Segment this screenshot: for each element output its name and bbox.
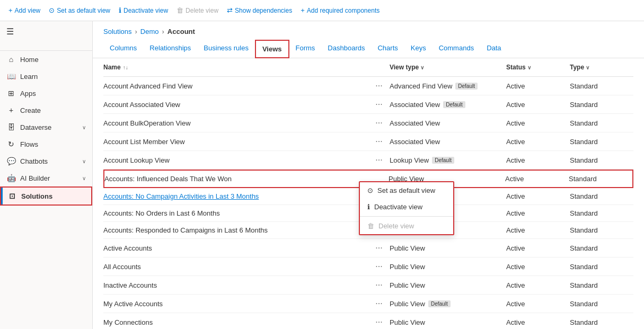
table-row[interactable]: My Active Accounts ··· Public View Defau…: [103, 295, 633, 313]
row-name-text: My Connections: [103, 318, 153, 326]
row-name-cell: All Accounts: [103, 263, 368, 271]
sidebar-item-chatbots[interactable]: 💬 Chatbots ∨: [0, 153, 92, 170]
table-row[interactable]: Account List Member View ··· Associated …: [103, 132, 633, 151]
row-more-icon[interactable]: ···: [368, 155, 390, 165]
row-name-cell: Accounts: Influenced Deals That We Won: [104, 175, 367, 183]
deactivate-cm-icon: ℹ: [367, 203, 370, 211]
row-more-icon[interactable]: ···: [368, 280, 390, 290]
row-more-icon[interactable]: ···: [368, 137, 390, 146]
breadcrumb-link-demo[interactable]: Demo: [140, 28, 159, 35]
tab-relationships[interactable]: Relationships: [143, 40, 197, 58]
row-more-icon[interactable]: ···: [368, 299, 390, 308]
tab-charts[interactable]: Charts: [371, 40, 404, 58]
row-viewtype-text: Advanced Find View: [390, 82, 452, 90]
row-more-icon[interactable]: ···: [368, 118, 390, 128]
row-viewtype-text: Public View: [390, 300, 425, 308]
sort-asc-icon: ↑↓: [123, 65, 128, 70]
sidebar-item-flows[interactable]: ↻ Flows: [0, 136, 92, 153]
tab-business-rules[interactable]: Business rules: [197, 40, 255, 58]
sidebar-item-home[interactable]: ⌂ Home: [0, 51, 92, 68]
toolbar-set-default[interactable]: ⊙Set as default view: [49, 6, 110, 14]
toolbar-add-view[interactable]: +Add view: [8, 6, 40, 14]
set-default-icon: ⊙: [49, 6, 55, 14]
col-status[interactable]: Status ∨: [506, 64, 570, 71]
ai-builder-chevron: ∨: [82, 175, 86, 181]
table-body: Account Advanced Find View ··· Advanced …: [103, 77, 633, 329]
row-name-cell: Account Lookup View: [103, 156, 368, 164]
viewtype-badge: Default: [455, 83, 478, 90]
tab-dashboards[interactable]: Dashboards: [321, 40, 371, 58]
table-row[interactable]: My Connections ··· Public View Active St…: [103, 313, 633, 329]
row-name-link[interactable]: Accounts: No Campaign Activities in Last…: [103, 192, 259, 200]
sidebar-item-apps[interactable]: ⊞ Apps: [0, 85, 92, 102]
row-type-cell: Standard: [570, 244, 633, 252]
row-type-cell: Standard: [570, 226, 633, 234]
solutions-label: Solutions: [21, 192, 85, 200]
sidebar-item-learn[interactable]: 📖 Learn: [0, 68, 92, 85]
viewtype-badge: Default: [432, 157, 454, 164]
table-row[interactable]: All Accounts ··· Public View Active Stan…: [103, 257, 633, 276]
table-row[interactable]: Accounts: Influenced Deals That We Won P…: [103, 170, 633, 188]
tab-data[interactable]: Data: [480, 40, 507, 58]
add-view-icon: +: [8, 6, 13, 14]
row-status-cell: Active: [506, 192, 570, 200]
row-more-icon[interactable]: ···: [368, 317, 390, 327]
learn-icon: 📖: [6, 72, 16, 81]
sidebar-item-solutions[interactable]: ⊡ Solutions: [0, 186, 92, 206]
row-type-cell: Standard: [570, 300, 633, 308]
row-more-icon[interactable]: ···: [368, 100, 390, 109]
row-more-icon[interactable]: ···: [368, 243, 390, 253]
row-viewtype-cell: Associated View Default: [390, 101, 506, 109]
row-more-icon[interactable]: ···: [368, 81, 390, 91]
col-name[interactable]: Name ↑↓: [103, 64, 368, 71]
table-row[interactable]: Account Lookup View ··· Lookup View Defa…: [103, 151, 633, 170]
breadcrumb-current: Account: [167, 28, 195, 35]
table-row[interactable]: Account BulkOperation View ··· Associate…: [103, 114, 633, 132]
home-icon: ⌂: [6, 55, 16, 64]
col-type[interactable]: Type ∨: [570, 64, 633, 71]
viewtype-sort-icon: ∨: [420, 65, 424, 70]
table-row[interactable]: Account Advanced Find View ··· Advanced …: [103, 77, 633, 95]
row-status-cell: Active: [506, 156, 570, 164]
sidebar: ☰ ⌂ Home 📖 Learn ⊞ Apps + Create 🗄 Datav…: [0, 21, 93, 329]
sidebar-item-create[interactable]: + Create: [0, 102, 92, 119]
deactivate-cm-label: Deactivate view: [374, 203, 422, 211]
tab-keys[interactable]: Keys: [404, 40, 433, 58]
row-viewtype-text: Public View: [390, 281, 425, 289]
row-viewtype-cell: Public View: [390, 263, 506, 271]
tabs-bar: ColumnsRelationshipsBusiness rulesViewsF…: [93, 40, 644, 58]
sidebar-item-dataverse[interactable]: 🗄 Dataverse ∨: [0, 119, 92, 136]
table-row[interactable]: Active Accounts ··· Public View Active S…: [103, 239, 633, 257]
toolbar-show-deps[interactable]: ⇄Show dependencies: [227, 6, 292, 14]
row-name-text: Accounts: Responded to Campaigns in Last…: [103, 226, 268, 234]
row-type-cell: Standard: [570, 263, 633, 271]
viewtype-badge: Default: [428, 300, 451, 307]
table-row[interactable]: Account Associated View ··· Associated V…: [103, 95, 633, 114]
flows-label: Flows: [20, 140, 86, 148]
status-sort-icon: ∨: [527, 65, 531, 70]
home-label: Home: [20, 56, 86, 64]
context-menu: ⊙Set as default viewℹDeactivate view🗑Del…: [359, 181, 454, 235]
col-viewtype[interactable]: View type ∨: [390, 64, 506, 71]
tab-forms[interactable]: Forms: [289, 40, 322, 58]
toolbar-deactivate[interactable]: ℹDeactivate view: [119, 6, 168, 14]
row-viewtype-cell: Public View: [390, 244, 506, 252]
breadcrumb-link-solutions[interactable]: Solutions: [103, 28, 131, 35]
row-viewtype-cell: Associated View: [390, 119, 506, 127]
row-more-icon[interactable]: ···: [368, 262, 390, 271]
row-type-cell: Standard: [570, 119, 633, 127]
tab-views[interactable]: Views: [255, 40, 289, 58]
table-area: Name ↑↓ View type ∨ Status ∨ Type ∨: [93, 58, 644, 329]
hamburger-icon[interactable]: ☰: [0, 21, 92, 42]
delete-icon: 🗑: [177, 6, 183, 14]
table-row[interactable]: Inactive Accounts ··· Public View Active…: [103, 276, 633, 295]
context-menu-item-set-default[interactable]: ⊙Set as default view: [360, 182, 453, 199]
row-type-cell: Standard: [570, 192, 633, 200]
toolbar-delete: 🗑Delete view: [177, 6, 218, 14]
toolbar: +Add view⊙Set as default viewℹDeactivate…: [0, 0, 644, 21]
sidebar-item-ai-builder[interactable]: 🤖 AI Builder ∨: [0, 170, 92, 186]
context-menu-item-deactivate[interactable]: ℹDeactivate view: [360, 199, 453, 215]
tab-columns[interactable]: Columns: [103, 40, 143, 58]
tab-commands[interactable]: Commands: [433, 40, 480, 58]
toolbar-add-required[interactable]: +Add required components: [301, 6, 380, 14]
